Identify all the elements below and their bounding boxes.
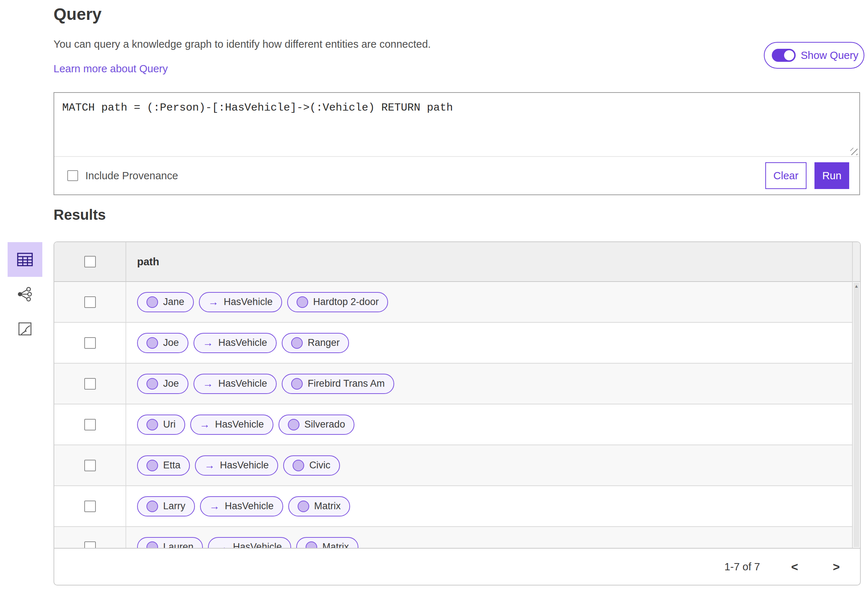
results-table: path Jane → HasVehicle Hardtop 2-door xyxy=(53,242,861,586)
toggle-switch-icon[interactable] xyxy=(772,49,796,62)
path-header-cell: path xyxy=(126,242,860,281)
target-entity-pill[interactable]: Firebird Trans Am xyxy=(282,374,394,394)
target-entity-label: Silverado xyxy=(304,419,345,430)
show-query-toggle[interactable]: Show Query xyxy=(764,42,864,69)
table-view-icon xyxy=(16,251,34,268)
query-actions: Clear Run xyxy=(765,162,849,189)
arrow-right-icon: → xyxy=(203,378,213,389)
relationship-pill[interactable]: → HasVehicle xyxy=(199,292,282,312)
target-entity-pill[interactable]: Hardtop 2-door xyxy=(287,292,388,312)
row-path-cell: Uri → HasVehicle Silverado xyxy=(126,404,860,445)
row-path-cell: Joe → HasVehicle Firebird Trans Am xyxy=(126,364,860,404)
results-title: Results xyxy=(53,207,106,223)
entity-node-icon xyxy=(291,378,303,390)
select-all-cell xyxy=(54,242,126,281)
relationship-label: HasVehicle xyxy=(215,419,264,430)
target-entity-label: Ranger xyxy=(308,337,340,348)
target-entity-pill[interactable]: Ranger xyxy=(282,333,349,353)
relationship-pill[interactable]: → HasVehicle xyxy=(190,415,273,435)
entity-node-icon xyxy=(146,378,158,390)
select-all-checkbox[interactable] xyxy=(84,256,96,268)
row-checkbox[interactable] xyxy=(84,460,96,471)
relationship-pill[interactable]: → HasVehicle xyxy=(200,496,283,517)
entity-node-icon xyxy=(146,460,158,471)
row-path-cell: Etta → HasVehicle Civic xyxy=(126,445,860,485)
relationship-pill[interactable]: → HasVehicle xyxy=(193,374,277,394)
arrow-right-icon: → xyxy=(208,297,219,307)
entity-node-icon xyxy=(146,337,158,349)
row-checkbox[interactable] xyxy=(84,419,96,430)
target-entity-pill[interactable]: Civic xyxy=(283,455,340,476)
results-view-sidebar xyxy=(7,242,42,346)
source-entity-label: Uri xyxy=(163,419,176,430)
source-entity-pill[interactable]: Joe xyxy=(137,333,189,353)
row-checkbox[interactable] xyxy=(84,337,96,349)
source-entity-pill[interactable]: Jane xyxy=(137,292,194,312)
table-header-row: path xyxy=(54,242,860,282)
arrow-right-icon: → xyxy=(203,337,213,348)
target-entity-pill[interactable]: Matrix xyxy=(288,496,350,517)
table-row: Joe → HasVehicle Firebird Trans Am xyxy=(54,364,860,404)
include-provenance-checkbox[interactable] xyxy=(67,170,78,181)
target-entity-label: Matrix xyxy=(314,501,341,512)
resize-handle-icon[interactable] xyxy=(850,148,858,155)
relationship-pill[interactable]: → HasVehicle xyxy=(193,333,277,353)
arrow-right-icon: → xyxy=(204,460,215,471)
relationship-label: HasVehicle xyxy=(218,378,267,389)
pagination-range-label: 1-7 of 7 xyxy=(725,561,760,573)
map-view-button[interactable] xyxy=(7,312,42,346)
row-path-cell: Larry → HasVehicle Matrix xyxy=(126,486,860,526)
clear-button[interactable]: Clear xyxy=(765,162,806,189)
source-entity-label: Larry xyxy=(163,501,186,512)
query-description: You can query a knowledge graph to ident… xyxy=(53,38,431,50)
row-path-cell: Jane → HasVehicle Hardtop 2-door xyxy=(126,282,860,322)
table-scrollbar[interactable]: ▲ xyxy=(852,242,860,548)
source-entity-label: Joe xyxy=(163,337,179,348)
row-checkbox[interactable] xyxy=(84,378,96,390)
relationship-pill[interactable]: → HasVehicle xyxy=(195,455,278,476)
graph-view-button[interactable] xyxy=(7,277,42,312)
source-entity-label: Jane xyxy=(163,296,185,308)
run-button[interactable]: Run xyxy=(815,162,849,189)
query-page: Query You can query a knowledge graph to… xyxy=(0,0,868,592)
table-row: Larry → HasVehicle Matrix xyxy=(54,486,860,527)
target-entity-label: Civic xyxy=(309,460,331,471)
row-select-cell xyxy=(54,323,126,363)
source-entity-pill[interactable]: Joe xyxy=(137,374,189,394)
table-row: Etta → HasVehicle Civic xyxy=(54,445,860,486)
entity-node-icon xyxy=(146,296,158,308)
row-checkbox[interactable] xyxy=(84,501,96,512)
entity-node-icon xyxy=(298,501,309,512)
target-entity-label: Hardtop 2-door xyxy=(313,296,379,308)
path-column-header: path xyxy=(137,256,159,268)
relationship-label: HasVehicle xyxy=(220,460,269,471)
graph-view-icon xyxy=(17,286,33,302)
source-entity-pill[interactable]: Uri xyxy=(137,415,185,435)
arrow-right-icon: → xyxy=(200,419,210,430)
pagination-bar: 1-7 of 7 < > xyxy=(54,548,860,585)
scrollbar-header-cap xyxy=(853,242,860,282)
row-select-cell xyxy=(54,445,126,485)
table-view-button[interactable] xyxy=(7,242,42,277)
target-entity-pill[interactable]: Silverado xyxy=(279,415,355,435)
row-checkbox[interactable] xyxy=(84,296,96,308)
source-entity-pill[interactable]: Larry xyxy=(137,496,195,517)
source-entity-label: Etta xyxy=(163,460,180,471)
table-body: Jane → HasVehicle Hardtop 2-door Joe → H… xyxy=(54,282,860,568)
table-row: Jane → HasVehicle Hardtop 2-door xyxy=(54,282,860,323)
row-select-cell xyxy=(54,364,126,404)
previous-page-button[interactable]: < xyxy=(787,559,802,575)
entity-node-icon xyxy=(292,460,304,471)
relationship-label: HasVehicle xyxy=(225,501,274,512)
scrollbar-thumb[interactable] xyxy=(853,283,859,547)
next-page-button[interactable]: > xyxy=(829,559,843,575)
source-entity-pill[interactable]: Etta xyxy=(137,455,190,476)
arrow-right-icon: → xyxy=(210,501,220,511)
scrollbar-up-icon[interactable]: ▲ xyxy=(853,283,860,289)
query-input[interactable]: MATCH path = (:Person)-[:HasVehicle]->(:… xyxy=(54,93,859,157)
query-toolbar: Include Provenance Clear Run xyxy=(54,156,859,194)
relationship-label: HasVehicle xyxy=(218,337,267,348)
entity-node-icon xyxy=(146,419,158,430)
include-provenance-option[interactable]: Include Provenance xyxy=(67,170,178,182)
learn-more-link[interactable]: Learn more about Query xyxy=(53,63,168,75)
